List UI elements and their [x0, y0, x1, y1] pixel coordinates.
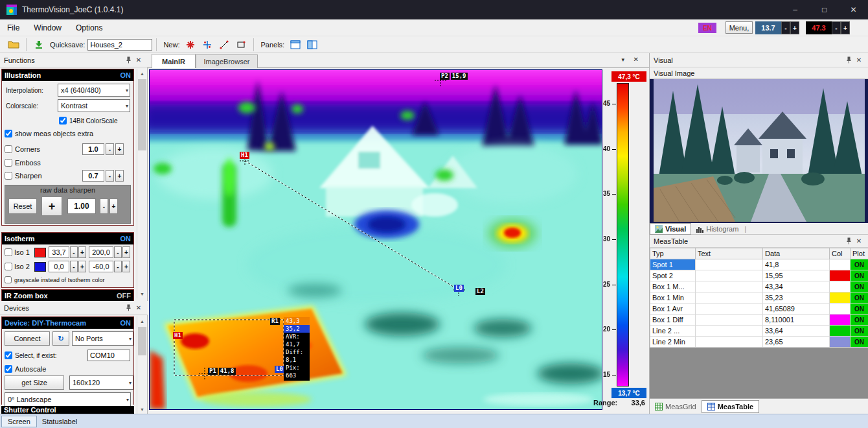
table-row[interactable]: Spot 215,95ON — [650, 270, 868, 281]
corners-plus-button[interactable]: + — [115, 143, 124, 155]
table-row[interactable]: Spot 141,8ON — [650, 259, 868, 270]
size-select[interactable]: 160x120 ▾ — [69, 375, 133, 390]
col-typ[interactable]: Typ — [650, 248, 696, 259]
scroll-down-icon[interactable]: ▼ — [137, 289, 147, 298]
close-panel-icon[interactable]: ✕ — [854, 237, 864, 246]
visual-image[interactable] — [650, 79, 868, 223]
get-size-button[interactable]: get Size — [5, 375, 64, 390]
marker-l2[interactable]: L2 — [475, 288, 485, 295]
color-cell[interactable] — [830, 270, 851, 281]
high-temp-minus-button[interactable]: - — [832, 21, 841, 34]
panel-layout-split-button[interactable] — [304, 38, 321, 52]
interpolation-select[interactable]: x4 (640/480) ▾ — [58, 84, 130, 97]
table-row[interactable]: Box 1 Min35,23ON — [650, 292, 868, 303]
select-if-exist-checkbox[interactable] — [5, 351, 12, 359]
color-cell[interactable] — [830, 315, 851, 326]
quicksave-filename-input[interactable] — [87, 39, 152, 51]
close-panel-icon[interactable]: ✕ — [854, 56, 864, 65]
illustration-header[interactable]: Illustration ON — [2, 69, 133, 81]
scroll-down-icon[interactable]: ▼ — [137, 405, 147, 414]
plot-cell[interactable]: ON — [851, 292, 868, 303]
new-multispot-button[interactable] — [199, 38, 216, 52]
illustration-state[interactable]: ON — [120, 71, 131, 79]
tab-mainir[interactable]: MainIR — [152, 54, 196, 68]
raw-reset-button[interactable]: Reset — [8, 198, 37, 214]
menu-file[interactable]: File — [0, 23, 27, 32]
low-temp-plus-button[interactable]: + — [790, 21, 799, 34]
marker-p2[interactable]: P2 15,9 — [440, 73, 468, 80]
connect-button[interactable]: Connect — [5, 331, 50, 346]
table-row[interactable]: Box 1 Diff8,110001ON — [650, 315, 868, 326]
devices-scrollbar[interactable]: ▲ ▼ — [137, 316, 146, 414]
col-text[interactable]: Text — [696, 248, 763, 259]
marker-h1-line[interactable]: H1 — [240, 152, 249, 159]
functions-scroll-thumb[interactable] — [138, 79, 146, 150]
marker-h1-box[interactable]: H1 — [173, 332, 183, 339]
grayscale-checkbox[interactable] — [5, 276, 12, 283]
new-line-button[interactable] — [216, 38, 233, 52]
plot-cell[interactable]: ON — [851, 326, 868, 337]
color-cell[interactable] — [830, 292, 851, 303]
color-cell[interactable] — [830, 281, 851, 292]
scroll-up-icon[interactable]: ▲ — [137, 69, 147, 78]
color-cell[interactable] — [830, 326, 851, 337]
tabbar-menu-icon[interactable]: ▾ — [621, 56, 624, 63]
tab-visual[interactable]: Visual — [650, 223, 691, 235]
isotherm-header[interactable]: Isotherm ON — [2, 233, 133, 244]
functions-scrollbar[interactable]: ▲ ▼ — [137, 69, 146, 298]
iso2-low-minus[interactable]: - — [70, 261, 78, 272]
raw-minus-button[interactable]: - — [100, 198, 108, 214]
plot-cell[interactable]: ON — [851, 315, 868, 326]
raw-plus-step-button[interactable]: + — [109, 198, 118, 214]
zoombox-state[interactable]: OFF — [117, 292, 131, 300]
com-port-input[interactable] — [87, 350, 130, 361]
tab-measgrid[interactable]: MeasGrid — [650, 400, 702, 413]
table-row[interactable]: Box 1 Avr41,65089ON — [650, 303, 868, 315]
ir-image[interactable]: P2 15,9 H1 L0 L2 R1 H1 L0 P1 41,8 43,3 3… — [149, 69, 602, 410]
sharpen-minus-button[interactable]: - — [106, 170, 114, 182]
close-panel-icon[interactable]: ✕ — [133, 56, 144, 65]
show-meas-checkbox[interactable] — [5, 130, 12, 137]
language-badge[interactable]: EN — [698, 23, 716, 33]
marker-p1[interactable]: P1 41,8 — [208, 368, 236, 375]
ports-select[interactable]: No Ports ▾ — [72, 331, 133, 346]
col-col[interactable]: Col — [830, 248, 851, 259]
orientation-select[interactable]: 0° Landscape ▾ — [5, 392, 131, 407]
color-cell[interactable] — [830, 303, 851, 315]
plot-cell[interactable]: ON — [851, 259, 868, 270]
iso2-low-plus[interactable]: + — [78, 261, 86, 272]
quicksave-button[interactable] — [30, 38, 47, 52]
panel-layout-single-button[interactable] — [287, 38, 304, 52]
iso1-checkbox[interactable] — [5, 248, 12, 256]
iso1-color-swatch[interactable] — [34, 248, 46, 257]
high-temp-plus-button[interactable]: + — [841, 21, 850, 34]
plot-cell[interactable]: ON — [851, 281, 868, 292]
maximize-button[interactable]: □ — [810, 0, 839, 19]
minimize-button[interactable]: – — [781, 0, 810, 19]
pin-icon[interactable] — [843, 237, 854, 246]
col-plot[interactable]: Plot — [851, 248, 868, 259]
plot-cell[interactable]: ON — [851, 270, 868, 281]
color-cell[interactable] — [830, 259, 851, 270]
colorscale-select[interactable]: Kontrast ▾ — [58, 99, 130, 112]
tab-imagebrowser[interactable]: ImageBrowser — [196, 54, 258, 68]
tab-histogram[interactable]: Histogram — [691, 223, 743, 235]
close-panel-icon[interactable]: ✕ — [133, 303, 144, 313]
marker-l0-box[interactable]: L0 — [275, 366, 284, 373]
pin-icon[interactable] — [843, 56, 854, 65]
plot-cell[interactable]: ON — [851, 303, 868, 315]
iso2-high-minus[interactable]: - — [114, 261, 122, 272]
tab-meastable[interactable]: MeasTable — [702, 400, 759, 413]
raw-plus-button[interactable]: + — [41, 196, 62, 216]
iso2-high-plus[interactable]: + — [122, 261, 130, 272]
new-box-button[interactable] — [233, 38, 249, 52]
open-file-button[interactable] — [5, 38, 22, 52]
table-row[interactable]: Line 2 Min23,65ON — [650, 337, 868, 348]
table-row[interactable]: Line 2 ...33,64ON — [650, 326, 868, 337]
marker-r1[interactable]: R1 — [270, 318, 280, 325]
color-cell[interactable] — [830, 337, 851, 348]
new-spot-button[interactable] — [182, 38, 199, 52]
iso1-low-minus[interactable]: - — [70, 246, 78, 258]
device-header[interactable]: Device: DIY-Thermocam ON — [2, 317, 133, 329]
table-row[interactable]: Box 1 M...43,34ON — [650, 281, 868, 292]
